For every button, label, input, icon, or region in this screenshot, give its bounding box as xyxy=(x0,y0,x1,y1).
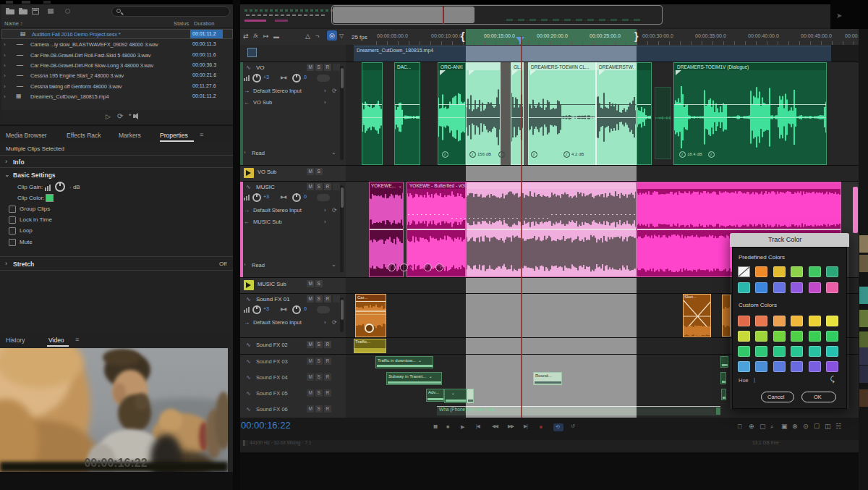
svg-text:00:00:16:22: 00:00:16:22 xyxy=(84,457,147,469)
